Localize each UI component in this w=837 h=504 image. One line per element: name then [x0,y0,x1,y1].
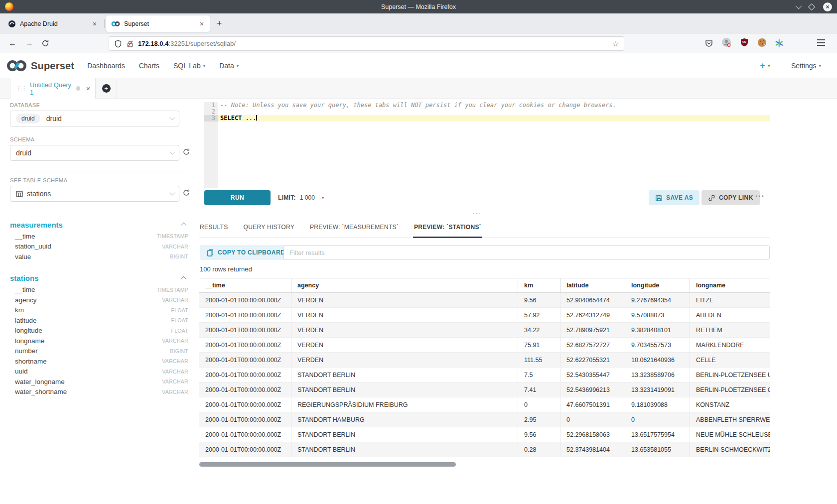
window-close-icon[interactable]: × [823,2,832,11]
schema-select[interactable]: druid [10,145,179,161]
brand-name[interactable]: Superset [31,60,74,72]
add-query-tab-button[interactable]: + [96,78,117,99]
add-new-button[interactable]: + [760,60,765,71]
refresh-schema-icon[interactable] [182,148,191,157]
horizontal-scrollbar[interactable] [199,462,456,467]
column-row: water_shortnameVARCHAR [10,387,188,397]
header-cell[interactable]: longitude [625,278,690,292]
table-row: 2000-01-01T00:00:00.000ZVERDEN75.9152.68… [199,338,770,353]
cell: 34.22 [518,323,560,337]
database-select[interactable]: druid druid [10,111,179,126]
tab-close-icon[interactable]: × [199,20,205,28]
header-cell[interactable]: longname [690,278,770,292]
settings-menu[interactable]: Settings ▾ [791,62,821,70]
menu-icon[interactable] [817,39,825,48]
query-tab-title[interactable]: Untitled Query 1 [30,81,72,96]
database-label: DATABASE [10,102,40,108]
add-new-caret-icon[interactable]: ▾ [768,63,770,68]
nav-item-dashboards[interactable]: Dashboards [87,62,125,70]
header-cell[interactable]: latitude [560,278,625,292]
column-name: longitude [15,327,42,334]
pocket-icon[interactable] [705,39,713,47]
column-type: VARCHAR [162,358,188,364]
table-name[interactable]: measurements [10,221,63,229]
superset-header: Superset DashboardsChartsSQL Lab▾Data▾ +… [0,53,837,78]
column-row: water_longnameVARCHAR [10,377,188,387]
cell: 13.653581055 [625,442,690,457]
save-icon [655,194,663,202]
shield-icon[interactable] [114,40,122,48]
nav-item-data[interactable]: Data▾ [219,62,239,70]
back-icon[interactable]: ← [4,39,21,48]
limit-dropdown[interactable]: LIMIT: 1 000 ▾ [278,194,324,201]
url-bar[interactable]: 172.18.0.4:32251/superset/sqllab/ ☆ [109,36,624,51]
account-blocked-icon[interactable] [721,37,731,49]
cell: STANDORT BERLIN [291,427,518,442]
header-cell[interactable]: km [518,278,560,292]
cell: REGIERUNGSPRÄSIDIUM FREIBURG [291,397,518,412]
copy-link-button[interactable]: COPY LINK [701,190,760,205]
header-cell[interactable]: agency [291,278,518,292]
bookmark-star-icon[interactable]: ☆ [612,40,619,48]
drag-grip-icon[interactable]: ⋮⋮ [15,85,26,92]
new-tab-icon[interactable]: + [213,18,225,29]
table-schema-select[interactable]: stations [10,186,179,202]
cell: 52.7624312749 [560,308,625,322]
filter-results-input[interactable] [283,245,770,260]
cookie-icon[interactable] [757,38,767,49]
tab-close-icon[interactable]: × [92,20,98,28]
column-name: __time [15,233,35,240]
results-tab[interactable]: PREVIEW: `MEASUREMENTS` [310,224,399,238]
column-type: TIMESTAMP [157,287,188,293]
forward-icon[interactable]: → [21,39,38,48]
browser-tab-apache-druid[interactable]: Apache Druid × [3,15,103,32]
results-tab[interactable]: QUERY HISTORY [244,224,294,238]
nav-item-charts[interactable]: Charts [139,62,159,70]
cell: NEUE MÜHLE SCHLEUSE OP [690,427,770,442]
sql-editor[interactable]: 1 2 3 -- Note: Unless you save your quer… [204,102,770,188]
extension-sparkle-icon[interactable] [775,39,783,47]
table-section-stations[interactable]: stations [10,272,188,285]
query-tab-active[interactable]: ⋮⋮ Untitled Query 1 × [10,78,96,99]
save-as-button[interactable]: SAVE AS [649,190,699,205]
ublock-icon[interactable]: UO [740,38,749,49]
browser-tab-label: Superset [124,20,149,27]
maximize-icon[interactable] [808,3,815,10]
copy-to-clipboard-button[interactable]: COPY TO CLIPBOARD [200,245,292,260]
collapse-icon[interactable] [181,276,186,281]
column-row: agencyVARCHAR [10,295,188,305]
table-header-row: __timeagencykmlatitudelongitudelongname [199,278,770,293]
chevron-down-icon [169,115,175,120]
reload-icon[interactable] [38,39,53,47]
run-button[interactable]: RUN [204,190,271,205]
table-name[interactable]: stations [10,274,39,282]
collapse-icon[interactable] [181,223,186,228]
query-tab-close-icon[interactable]: × [86,85,90,93]
header-cell[interactable]: __time [199,278,291,292]
nav-caret-icon: ▾ [203,63,206,68]
druid-favicon-icon [8,20,16,28]
cell: 2.95 [518,412,560,427]
lock-disabled-icon[interactable] [126,40,134,48]
cell: 9.56 [518,427,560,442]
more-options-icon[interactable]: ··· [755,192,765,201]
results-tab[interactable]: RESULTS [200,224,228,238]
superset-favicon-icon [111,20,120,27]
table-row: 2000-01-01T00:00:00.000ZSTANDORT BERLIN9… [199,427,770,442]
pane-drag-handle-icon[interactable]: ··· [472,209,482,217]
nav-item-sql-lab[interactable]: SQL Lab▾ [173,62,205,70]
cell: BERLIN-PLOETZENSEE OP [690,382,770,397]
results-tab[interactable]: PREVIEW: `STATIONS` [414,224,481,238]
cell: 0.28 [518,442,560,457]
refresh-table-icon[interactable] [182,189,191,198]
minimize-icon[interactable] [796,3,802,9]
limit-label: LIMIT: [278,194,296,201]
nav-caret-icon: ▾ [237,63,239,68]
column-row: __timeTIMESTAMP [10,285,188,295]
table-section-measurements[interactable]: measurements [10,218,188,231]
editor-active-line[interactable]: SELECT ... [218,115,770,122]
svg-text:UO: UO [742,40,747,43]
superset-logo-icon[interactable] [6,59,28,73]
limit-caret-icon: ▾ [322,195,324,200]
browser-tab-superset[interactable]: Superset × [106,15,210,32]
